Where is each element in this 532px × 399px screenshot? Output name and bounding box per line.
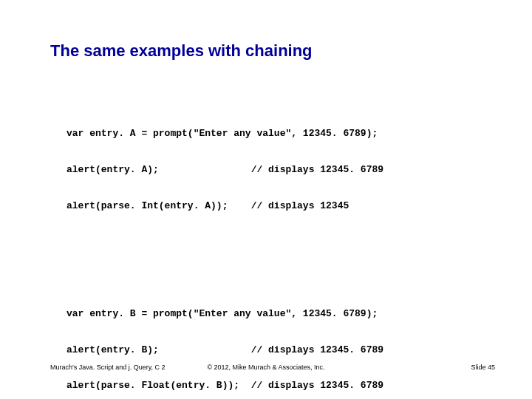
slide-title: The same examples with chaining	[50, 41, 313, 61]
code-block-b: var entry. B = prompt("Enter any value",…	[66, 284, 383, 399]
code-line: var entry. B = prompt("Enter any value",…	[66, 308, 383, 320]
slide: The same examples with chaining var entr…	[0, 0, 532, 399]
code-line: alert(parse. Int(entry. A)); // displays…	[66, 200, 383, 212]
footer-copyright: © 2012, Mike Murach & Associates, Inc.	[0, 364, 532, 371]
code-block-a: var entry. A = prompt("Enter any value",…	[66, 104, 383, 236]
code-area: var entry. A = prompt("Enter any value",…	[66, 68, 383, 399]
code-line: alert(entry. B); // displays 12345. 6789	[66, 344, 383, 356]
code-line: alert(parse. Float(entry. B)); // displa…	[66, 380, 383, 392]
code-line: alert(entry. A); // displays 12345. 6789	[66, 164, 383, 176]
footer-slide-number: Slide 45	[471, 364, 495, 371]
code-line: var entry. A = prompt("Enter any value",…	[66, 128, 383, 140]
